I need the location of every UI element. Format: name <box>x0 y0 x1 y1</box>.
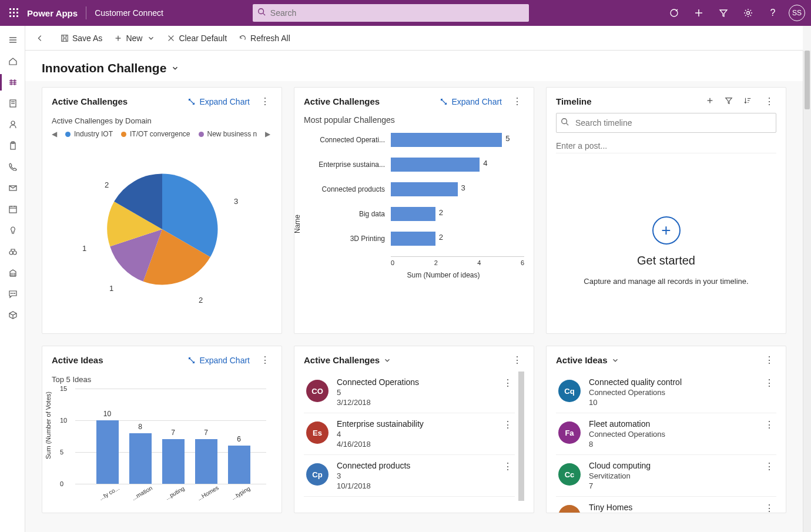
clear-default-button[interactable]: Clear Default <box>161 28 233 48</box>
gear-icon[interactable] <box>736 0 760 26</box>
card-timeline: Timeline ⋮ + Get started Capture and man… <box>546 87 786 334</box>
more-icon[interactable]: ⋮ <box>765 377 774 389</box>
more-icon[interactable]: ⋮ <box>258 354 272 366</box>
mail-icon[interactable] <box>0 178 25 199</box>
waffle-icon[interactable] <box>6 5 22 21</box>
bar[interactable] <box>391 182 458 196</box>
calendar-icon[interactable] <box>0 199 25 220</box>
legend-next-icon[interactable]: ▶ <box>265 130 270 138</box>
item-subtitle: 4 <box>337 430 495 439</box>
legend-item[interactable]: IT/OT convergence <box>121 130 190 138</box>
list-item[interactable]: CpConnected products310/1/2018⋮ <box>304 455 515 497</box>
idea-icon[interactable] <box>0 220 25 241</box>
add-icon[interactable] <box>686 0 711 26</box>
bar-value: 2 <box>439 208 443 217</box>
building-icon[interactable] <box>0 262 25 283</box>
page-scrollbar[interactable] <box>803 51 811 532</box>
more-icon[interactable]: ⋮ <box>503 419 512 430</box>
list-item[interactable]: CqConnected quality controlConnected Ope… <box>556 372 776 413</box>
card-title[interactable]: Active Challenges <box>304 355 391 365</box>
axis-tick: 6 <box>521 259 524 266</box>
global-search[interactable] <box>253 4 529 22</box>
chat-icon[interactable] <box>0 283 25 305</box>
more-icon[interactable]: ⋮ <box>765 503 774 513</box>
more-icon[interactable]: ⋮ <box>510 354 524 366</box>
bar-category: ...ty co... <box>93 482 125 504</box>
add-icon[interactable] <box>706 96 714 107</box>
hamburger-icon[interactable] <box>0 29 25 51</box>
back-button[interactable] <box>30 28 50 48</box>
axis-tick: 15 <box>60 385 67 392</box>
phone-icon[interactable] <box>0 156 25 178</box>
list-item[interactable]: THTiny Homes3D Printing⋮ <box>556 497 776 513</box>
bar-row: Connected products3 <box>314 182 524 196</box>
svg-point-43 <box>12 293 13 294</box>
legend-item[interactable]: Industry IOT <box>65 130 113 138</box>
refresh-all-button[interactable]: Refresh All <box>233 28 296 48</box>
expand-chart-button[interactable]: Expand Chart <box>187 356 250 365</box>
monogram-icon: Cc <box>558 463 581 486</box>
list-item[interactable]: COConnected Operations53/12/2018⋮ <box>304 372 515 413</box>
user-avatar[interactable]: SS <box>789 5 805 21</box>
monogram-icon: Cq <box>558 380 581 402</box>
app-name-label[interactable]: Customer Connect <box>95 8 163 18</box>
more-icon[interactable]: ⋮ <box>765 461 774 472</box>
more-icon[interactable]: ⋮ <box>258 96 272 107</box>
more-icon[interactable]: ⋮ <box>510 96 524 107</box>
legend-item[interactable]: New business n <box>199 130 257 138</box>
bar-row: Connected Operati...5 <box>314 133 524 147</box>
legend-prev-icon[interactable]: ◀ <box>52 130 57 138</box>
more-icon[interactable]: ⋮ <box>503 461 512 472</box>
item-subtitle: 3 <box>337 471 495 480</box>
bar[interactable]: 8...mation <box>129 433 152 484</box>
more-icon[interactable]: ⋮ <box>762 96 776 107</box>
help-icon[interactable]: ? <box>760 0 785 26</box>
axis-tick: 5 <box>60 449 63 456</box>
global-search-input[interactable] <box>253 4 529 22</box>
svg-point-27 <box>11 121 15 125</box>
target-icon[interactable] <box>662 0 686 26</box>
list-item[interactable]: FaFleet automationConnected Operations8⋮ <box>556 413 776 455</box>
filter-icon[interactable] <box>725 96 733 107</box>
svg-line-10 <box>263 14 265 16</box>
filter-icon[interactable] <box>711 0 736 26</box>
home-icon[interactable] <box>0 51 25 72</box>
bar[interactable] <box>391 158 480 172</box>
svg-rect-7 <box>13 15 15 17</box>
new-button[interactable]: New <box>108 28 161 48</box>
list-item[interactable]: 33D Printing2⋮ <box>304 497 515 501</box>
save-as-button[interactable]: Save As <box>55 28 108 48</box>
more-icon[interactable]: ⋮ <box>503 377 512 389</box>
expand-chart-button[interactable]: Expand Chart <box>187 97 250 106</box>
person-icon[interactable] <box>0 114 25 135</box>
bar[interactable] <box>391 232 435 246</box>
pie-value: 2 <box>199 296 203 305</box>
list-item[interactable]: CcCloud computingServitization7⋮ <box>556 455 776 497</box>
item-title: Tiny Homes <box>589 503 756 512</box>
page-icon[interactable] <box>0 93 25 114</box>
item-title: Fleet automation <box>589 419 756 429</box>
chevron-down-icon <box>171 64 179 72</box>
chevron-down-icon <box>147 34 155 42</box>
bar[interactable]: 6...typing <box>228 446 250 484</box>
more-icon[interactable]: ⋮ <box>762 354 776 366</box>
sort-icon[interactable] <box>743 96 752 107</box>
page-title[interactable]: Innovation Challenge <box>42 61 786 75</box>
bar[interactable] <box>391 207 435 221</box>
list-item[interactable]: EsEnterprise sustainability44/16/2018⋮ <box>304 413 515 455</box>
bar[interactable]: 7...puting <box>162 439 185 484</box>
item-meta: 10/1/2018 <box>337 481 495 490</box>
package-icon[interactable] <box>0 305 25 326</box>
dashboard-icon[interactable] <box>0 72 25 93</box>
bar[interactable] <box>391 133 502 147</box>
more-icon[interactable]: ⋮ <box>765 419 774 430</box>
bar[interactable]: 10...ty co... <box>96 420 119 484</box>
card-title[interactable]: Active Ideas <box>556 355 619 365</box>
timeline-post-input[interactable] <box>556 139 776 153</box>
timeline-add-button[interactable]: + <box>652 216 681 245</box>
clipboard-icon[interactable] <box>0 135 25 156</box>
binoculars-icon[interactable] <box>0 241 25 262</box>
bar[interactable]: 7...Homes <box>195 439 217 484</box>
timeline-search-input[interactable] <box>556 113 776 133</box>
expand-chart-button[interactable]: Expand Chart <box>440 97 502 106</box>
